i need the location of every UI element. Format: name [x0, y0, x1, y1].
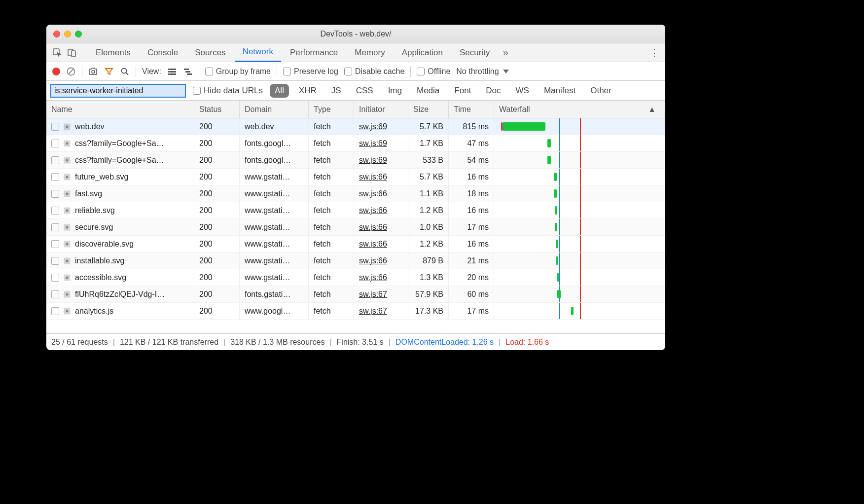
row-checkbox[interactable]	[51, 257, 59, 265]
col-initiator[interactable]: Initiator	[354, 101, 408, 118]
panel-tab-security[interactable]: Security	[452, 43, 498, 62]
clear-button[interactable]	[66, 67, 76, 76]
filter-type-img[interactable]: Img	[383, 84, 407, 98]
panel-tab-network[interactable]: Network	[235, 43, 281, 62]
panel-tab-elements[interactable]: Elements	[88, 43, 139, 62]
table-row[interactable]: css?family=Google+Sa… 200 fonts.googl… f…	[46, 135, 665, 152]
more-panels-icon[interactable]: »	[499, 46, 512, 60]
table-row[interactable]: future_web.svg 200 www.gstati… fetch sw.…	[46, 169, 665, 185]
initiator-link[interactable]: sw.js:67	[359, 290, 387, 299]
large-rows-icon[interactable]	[167, 67, 177, 76]
row-checkbox[interactable]	[51, 173, 59, 181]
filter-type-manifest[interactable]: Manifest	[539, 84, 580, 98]
filter-input[interactable]	[50, 84, 186, 98]
panel-tab-application[interactable]: Application	[394, 43, 451, 62]
gear-icon	[63, 207, 71, 215]
row-checkbox[interactable]	[51, 240, 59, 248]
row-checkbox[interactable]	[51, 123, 59, 131]
record-button[interactable]	[52, 68, 60, 75]
capture-screenshots-icon[interactable]	[88, 67, 98, 76]
cell-time: 16 ms	[449, 169, 494, 185]
request-name: fast.svg	[75, 189, 102, 198]
col-time[interactable]: Time	[449, 101, 494, 118]
overview-icon[interactable]	[183, 67, 193, 76]
panel-tab-sources[interactable]: Sources	[187, 43, 233, 62]
initiator-link[interactable]: sw.js:66	[359, 173, 387, 181]
initiator-link[interactable]: sw.js:69	[359, 122, 387, 131]
table-row[interactable]: accessible.svg 200 www.gstati… fetch sw.…	[46, 269, 665, 286]
col-name[interactable]: Name	[46, 101, 194, 118]
initiator-link[interactable]: sw.js:66	[359, 240, 387, 249]
disable-cache-checkbox[interactable]: Disable cache	[344, 67, 405, 76]
offline-checkbox[interactable]: Offline	[417, 67, 450, 76]
col-domain[interactable]: Domain	[240, 101, 309, 118]
row-checkbox[interactable]	[51, 307, 59, 315]
initiator-link[interactable]: sw.js:66	[359, 256, 387, 265]
table-row[interactable]: web.dev 200 web.dev fetch sw.js:69 5.7 K…	[46, 118, 665, 135]
cell-status: 200	[194, 219, 240, 235]
waterfall-cell	[494, 118, 665, 135]
device-toolbar-icon[interactable]	[65, 46, 79, 60]
search-icon[interactable]	[120, 67, 130, 76]
row-checkbox[interactable]	[51, 274, 59, 282]
panel-tab-memory[interactable]: Memory	[347, 43, 393, 62]
settings-menu-icon[interactable]: ⋮	[648, 47, 661, 58]
preserve-log-checkbox[interactable]: Preserve log	[283, 67, 338, 76]
throttling-select[interactable]: No throttling	[456, 67, 508, 76]
cell-size: 533 B	[408, 152, 449, 168]
cell-time: 18 ms	[449, 185, 494, 202]
col-status[interactable]: Status	[194, 101, 240, 118]
row-checkbox[interactable]	[51, 140, 59, 147]
cell-domain: www.gstati…	[240, 219, 309, 235]
initiator-link[interactable]: sw.js:67	[359, 307, 387, 316]
cell-name: accessible.svg	[46, 269, 194, 286]
panel-tab-console[interactable]: Console	[140, 43, 186, 62]
inspect-element-icon[interactable]	[50, 46, 64, 60]
waterfall-cell	[494, 252, 665, 269]
filter-toggle-icon[interactable]	[104, 67, 114, 76]
filter-type-font[interactable]: Font	[449, 84, 476, 98]
initiator-link[interactable]: sw.js:66	[359, 273, 387, 282]
table-row[interactable]: installable.svg 200 www.gstati… fetch sw…	[46, 252, 665, 269]
table-row[interactable]: flUhRq6tzZclQEJ-Vdg-I… 200 fonts.gstati……	[46, 286, 665, 303]
filter-type-doc[interactable]: Doc	[481, 84, 505, 98]
row-checkbox[interactable]	[51, 156, 59, 164]
initiator-link[interactable]: sw.js:66	[359, 189, 387, 198]
filter-type-xhr[interactable]: XHR	[294, 84, 322, 98]
table-row[interactable]: discoverable.svg 200 www.gstati… fetch s…	[46, 236, 665, 252]
filter-type-all[interactable]: All	[270, 84, 289, 98]
initiator-link[interactable]: sw.js:69	[359, 139, 387, 148]
request-name: discoverable.svg	[75, 240, 134, 249]
table-row[interactable]: fast.svg 200 www.gstati… fetch sw.js:66 …	[46, 185, 665, 202]
row-checkbox[interactable]	[51, 190, 59, 198]
col-type[interactable]: Type	[309, 101, 354, 118]
table-row[interactable]: css?family=Google+Sa… 200 fonts.googl… f…	[46, 152, 665, 169]
row-checkbox[interactable]	[51, 207, 59, 215]
request-name: css?family=Google+Sa…	[75, 156, 164, 165]
row-checkbox[interactable]	[51, 223, 59, 231]
hide-data-urls-checkbox[interactable]: Hide data URLs	[193, 86, 263, 96]
col-waterfall[interactable]: Waterfall ▲	[494, 101, 665, 118]
cell-type: fetch	[309, 269, 354, 286]
initiator-link[interactable]: sw.js:69	[359, 156, 387, 165]
filter-type-ws[interactable]: WS	[511, 84, 534, 98]
cell-initiator: sw.js:69	[354, 152, 408, 168]
cell-initiator: sw.js:66	[354, 185, 408, 202]
panel-tab-performance[interactable]: Performance	[282, 43, 346, 62]
table-row[interactable]: secure.svg 200 www.gstati… fetch sw.js:6…	[46, 219, 665, 236]
row-checkbox[interactable]	[51, 290, 59, 298]
svg-rect-14	[184, 69, 189, 70]
filter-type-css[interactable]: CSS	[351, 84, 378, 98]
filter-type-other[interactable]: Other	[585, 84, 616, 98]
divider	[136, 66, 136, 77]
cell-type: fetch	[309, 219, 354, 235]
col-size[interactable]: Size	[408, 101, 449, 118]
table-row[interactable]: analytics.js 200 www.googl… fetch sw.js:…	[46, 303, 665, 320]
filter-type-media[interactable]: Media	[412, 84, 444, 98]
filter-type-js[interactable]: JS	[326, 84, 346, 98]
group-by-frame-checkbox[interactable]: Group by frame	[205, 67, 271, 76]
table-row[interactable]: reliable.svg 200 www.gstati… fetch sw.js…	[46, 202, 665, 219]
cell-time: 20 ms	[449, 269, 494, 286]
initiator-link[interactable]: sw.js:66	[359, 223, 387, 232]
initiator-link[interactable]: sw.js:66	[359, 206, 387, 215]
